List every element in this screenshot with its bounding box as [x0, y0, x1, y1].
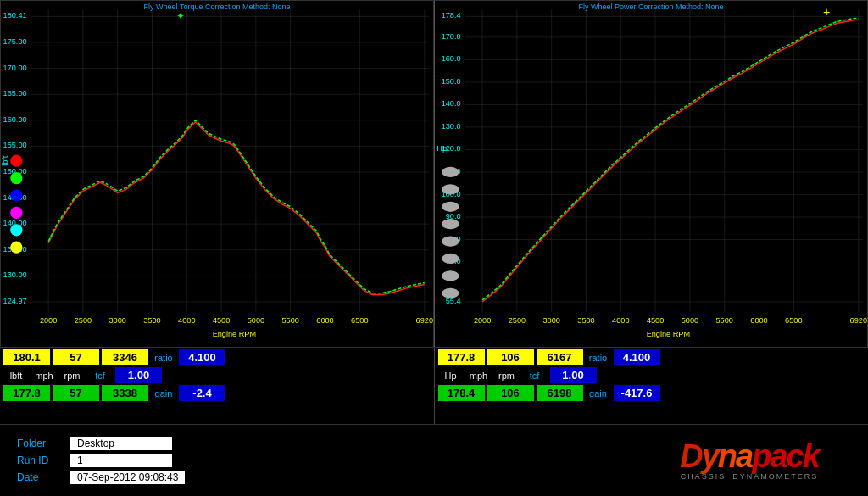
left-val1: 180.1	[3, 349, 50, 365]
right-unit2: mph	[466, 371, 492, 381]
right-chart-svg: 178.4 170.0 160.0 150.0 140.0 130.0 120.…	[435, 1, 867, 347]
date-row: Date 07-Sep-2012 09:08:43	[17, 471, 614, 484]
right-val5: 106	[487, 385, 534, 401]
logo-line1: CHASSIS	[681, 472, 726, 481]
svg-point-96	[442, 219, 459, 229]
svg-text:+: +	[823, 5, 830, 19]
svg-point-40	[10, 224, 22, 236]
main-container: Fly Wheel Torque Correction Method: None	[0, 0, 868, 496]
svg-point-39	[10, 207, 22, 219]
svg-text:Engine RPM: Engine RPM	[213, 330, 257, 338]
right-tcf-label: tcf	[522, 371, 548, 381]
svg-point-93	[442, 167, 459, 177]
bottom-row: Folder Desktop Run ID 1 Date 07-Sep-2012…	[0, 424, 868, 496]
logo-section: Dynapack CHASSIS DYNAMOMETERS	[631, 425, 868, 496]
left-val4: 177.8	[3, 385, 50, 401]
left-ratio-val: 4.100	[179, 349, 225, 365]
right-data-panel: 177.8 106 6167 ratio 4.100 Hp mph rpm tc…	[435, 348, 869, 424]
svg-text:2500: 2500	[75, 316, 92, 325]
charts-row: Fly Wheel Torque Correction Method: None	[0, 0, 868, 348]
svg-text:3500: 3500	[143, 316, 160, 325]
svg-point-97	[442, 236, 459, 246]
svg-point-100	[442, 288, 459, 298]
right-data-row-3: 178.4 106 6198 gain -417.6	[438, 385, 865, 401]
folder-row: Folder Desktop	[17, 437, 614, 450]
right-tcf-val: 1.00	[550, 367, 597, 383]
run-id-row: Run ID 1	[17, 454, 614, 467]
info-section: Folder Desktop Run ID 1 Date 07-Sep-2012…	[0, 425, 631, 496]
left-data-row-1: 180.1 57 3346 ratio 4.100	[3, 349, 431, 365]
svg-text:178.4: 178.4	[442, 11, 461, 20]
left-val5: 57	[53, 385, 99, 401]
left-data-panel: 180.1 57 3346 ratio 4.100 lbft mph rpm t…	[0, 348, 435, 424]
left-unit2: mph	[31, 371, 57, 381]
folder-value: Desktop	[70, 437, 172, 450]
svg-text:Hp: Hp	[437, 144, 447, 153]
svg-text:5000: 5000	[682, 316, 698, 325]
right-chart-panel: Fly Wheel Power Correction Method: None	[434, 0, 868, 348]
svg-text:150.0: 150.0	[442, 77, 461, 86]
svg-point-41	[10, 242, 22, 254]
svg-text:5500: 5500	[281, 316, 298, 325]
svg-rect-0	[1, 1, 433, 347]
svg-text:6500: 6500	[351, 316, 368, 325]
svg-text:3000: 3000	[542, 316, 559, 325]
svg-point-94	[442, 184, 459, 194]
svg-text:130.00: 130.00	[3, 270, 27, 279]
right-val6: 6198	[537, 385, 583, 401]
svg-text:3500: 3500	[577, 316, 594, 325]
left-ratio-label: ratio	[151, 353, 176, 363]
left-val3: 3346	[102, 349, 148, 365]
left-gain-val: -2.4	[179, 385, 225, 401]
right-val3: 6167	[537, 349, 583, 365]
left-tcf-val: 1.00	[115, 367, 162, 383]
svg-text:4500: 4500	[213, 316, 230, 325]
left-unit1: lbft	[3, 371, 29, 381]
svg-text:155.00: 155.00	[3, 141, 27, 149]
right-data-row-1: 177.8 106 6167 ratio 4.100	[438, 349, 865, 365]
right-unit1: Hp	[438, 371, 464, 381]
left-data-row-2: lbft mph rpm tcf 1.00	[3, 367, 431, 383]
left-tcf-label: tcf	[87, 371, 113, 381]
right-val1: 177.8	[438, 349, 485, 365]
left-val6: 3338	[102, 385, 148, 401]
run-id-value: 1	[70, 454, 172, 467]
left-unit3: rpm	[59, 371, 85, 381]
svg-text:160.00: 160.00	[3, 115, 27, 124]
svg-text:Engine RPM: Engine RPM	[647, 330, 691, 338]
svg-text:2000: 2000	[40, 316, 57, 325]
svg-text:5500: 5500	[715, 316, 732, 325]
run-id-label: Run ID	[17, 454, 64, 466]
svg-text:2500: 2500	[509, 316, 526, 325]
left-chart-panel: Fly Wheel Torque Correction Method: None	[0, 0, 434, 348]
right-val2: 106	[487, 349, 534, 365]
right-gain-label: gain	[586, 388, 611, 398]
svg-text:✦: ✦	[176, 10, 185, 22]
svg-text:170.00: 170.00	[3, 64, 27, 72]
svg-point-99	[442, 270, 459, 281]
svg-text:6920: 6920	[416, 316, 433, 325]
svg-text:130.0: 130.0	[442, 122, 461, 131]
svg-text:2000: 2000	[474, 316, 491, 325]
svg-text:5000: 5000	[248, 316, 264, 325]
svg-text:6500: 6500	[785, 316, 802, 325]
svg-point-98	[442, 254, 459, 264]
logo-line2: DYNAMOMETERS	[732, 472, 818, 481]
right-unit3: rpm	[494, 371, 520, 381]
right-ratio-label: ratio	[586, 353, 611, 363]
left-chart-title: Fly Wheel Torque Correction Method: None	[144, 3, 291, 11]
right-ratio-val: 4.100	[614, 349, 660, 365]
left-data-row-3: 177.8 57 3338 gain -2.4	[3, 385, 431, 401]
svg-text:180.41: 180.41	[3, 11, 27, 20]
svg-text:4000: 4000	[178, 316, 195, 325]
svg-text:124.97: 124.97	[3, 297, 27, 305]
right-chart-title: Fly Wheel Power Correction Method: None	[578, 3, 723, 11]
svg-text:4500: 4500	[647, 316, 664, 325]
svg-point-37	[10, 172, 22, 184]
svg-text:160.0: 160.0	[442, 54, 461, 63]
left-val2: 57	[53, 349, 99, 365]
date-label: Date	[17, 471, 64, 483]
right-val4: 178.4	[438, 385, 485, 401]
left-chart-svg: 180.41 175.00 170.00 165.00 160.00 155.0…	[1, 1, 433, 347]
right-data-row-2: Hp mph rpm tcf 1.00	[438, 367, 865, 383]
